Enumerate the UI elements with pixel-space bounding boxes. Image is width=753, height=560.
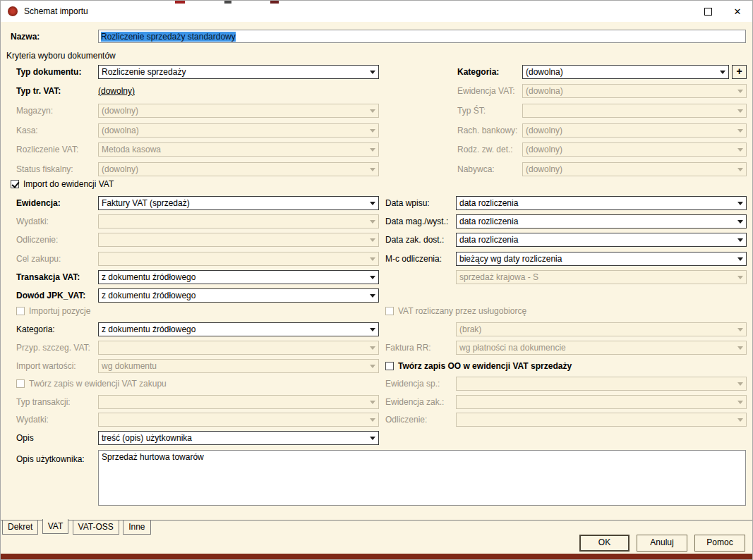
chevron-down-icon [367,163,378,176]
tworz-zapis-oo-checkbox[interactable]: Twórz zapis OO w ewidencji VAT sprzedaży [385,359,572,373]
chevron-down-icon [367,432,378,444]
opis-uzytkownika-textarea[interactable]: Sprzedaż hurtowa towarów [98,450,746,506]
data-zak-dost-label: Data zak. dost.: [385,233,444,247]
tab-dekret[interactable]: Dekret [2,521,38,535]
typ-st-label: Typ ŚT: [457,104,486,118]
chevron-down-icon [735,252,746,265]
chevron-down-icon [735,413,746,426]
chevron-down-icon [735,104,746,117]
faktura-rr-select: wg płatności na dokumencie [456,341,747,355]
chevron-down-icon [367,341,378,354]
data-wpisu-label: Data wpisu: [385,196,430,210]
nabywca-select: (dowolny) [522,162,747,176]
ewidencja-label: Ewidencja: [16,196,61,210]
dialog-schemat-importu: Schemat importu ✕ Nazwa: Rozliczenie spr… [0,0,753,560]
nazwa-input[interactable]: Rozliczenie sprzedaży standardowy [98,30,746,43]
background-window-artifact [224,1,231,4]
wydatki-1-label: Wydatki: [16,214,49,229]
ewidencja-select[interactable]: Faktury VAT (sprzedaż) [98,196,379,210]
odliczenie-2-select [456,413,747,427]
chevron-down-icon [735,124,746,137]
chevron-down-icon [735,233,746,246]
ewidencja-zak-label: Ewidencja zak.: [385,395,444,409]
kategoria-2-select[interactable]: z dokumentu źródłowego [98,322,379,336]
chevron-down-icon [367,215,378,228]
magazyn-select: (dowolny) [98,104,379,118]
transakcja-vat-label: Transakcja VAT: [16,270,80,284]
close-button[interactable]: ✕ [723,1,752,22]
anuluj-button[interactable]: Anuluj [637,535,687,552]
chevron-down-icon [367,271,378,284]
chevron-down-icon [367,233,378,246]
wydatki-2-select [98,413,379,427]
wydatki-2-label: Wydatki: [16,413,49,427]
criteria-group-title: Kryteria wyboru dokumentów [6,49,116,63]
typ-tr-vat-link[interactable]: (dowolny) [98,84,135,98]
chevron-down-icon [735,163,746,176]
ewidencja-sp-label: Ewidencja sp.: [385,377,440,391]
kategoria-select[interactable]: (dowolna) [522,65,729,79]
ewidencja-vat-label: Ewidencja VAT: [457,84,515,98]
titlebar: Schemat importu ✕ [1,1,752,22]
tab-vat-oss[interactable]: VAT-OSS [73,521,119,535]
chevron-down-icon [735,341,746,354]
chevron-down-icon [367,360,378,372]
maximize-button[interactable] [693,1,723,22]
dowod-jpk-vat-label: Dowód JPK_VAT: [16,288,85,303]
chevron-down-icon [367,143,378,156]
chevron-down-icon [717,66,728,78]
typ-dokumentu-label: Typ dokumentu: [16,65,81,79]
chevron-down-icon [367,289,378,302]
chevron-down-icon [735,215,746,228]
opis-select[interactable]: treść (opis) użytkownika [98,431,379,445]
mc-odliczenia-select[interactable]: bieżący wg daty rozliczenia [456,252,747,266]
chevron-down-icon [735,323,746,336]
opis-uzytkownika-label: Opis użytkownika: [16,452,85,466]
maximize-icon [704,8,712,16]
odliczenie-1-select [98,233,379,247]
kategoria-add-button[interactable]: + [732,65,747,79]
cel-zakupu-select [98,252,379,266]
opis-label: Opis [16,431,34,445]
window-bottom-accent [1,554,752,559]
data-zak-dost-select[interactable]: data rozliczenia [456,233,747,247]
checkbox-unchecked-icon [385,307,394,315]
checkbox-unchecked-icon [385,362,394,370]
ewidencja-zak-select [456,395,747,409]
tab-vat[interactable]: VAT [42,519,69,534]
chevron-down-icon [367,124,378,137]
bottom-tabbar: Dekret VAT VAT-OSS Inne [1,520,752,535]
nabywca-label: Nabywca: [457,162,495,176]
dowod-jpk-vat-select[interactable]: z dokumentu źródłowego [98,288,379,303]
typ-dokumentu-select[interactable]: Rozliczenie sprzedaży [98,65,379,79]
grupa-vat-select: (brak) [456,322,747,336]
kasa-label: Kasa: [16,123,38,138]
tab-inne[interactable]: Inne [123,521,150,535]
chevron-down-icon [735,396,746,408]
kategoria-2-label: Kategoria: [16,322,55,336]
data-mag-wyst-select[interactable]: data rozliczenia [456,214,747,229]
odliczenie-1-label: Odliczenie: [16,233,58,247]
ok-button[interactable]: OK [579,535,629,552]
rodzaj-sprzedazy-select: sprzedaż krajowa - S [456,270,747,284]
close-icon: ✕ [734,7,742,16]
chevron-down-icon [367,396,378,408]
import-do-ewidencji-vat-checkbox[interactable]: Import do ewidencji VAT [11,177,114,191]
wydatki-1-select [98,214,379,229]
pomoc-button[interactable]: Pomoc [694,535,745,552]
chevron-down-icon [367,323,378,336]
vat-rozliczany-checkbox: VAT rozliczany przez usługobiorcę [385,304,526,318]
chevron-down-icon [367,66,378,78]
background-window-artifact [270,1,279,4]
rozliczenie-vat-label: Rozliczenie VAT: [16,142,78,157]
data-wpisu-select[interactable]: data rozliczenia [456,196,747,210]
transakcja-vat-select[interactable]: z dokumentu źródłowego [98,270,379,284]
magazyn-label: Magazyn: [16,104,53,118]
rach-bankowy-select: (dowolny) [522,123,747,138]
chevron-down-icon [735,271,746,284]
data-mag-wyst-label: Data mag./wyst.: [385,214,448,229]
status-fiskalny-label: Status fiskalny: [16,162,73,176]
faktura-rr-label: Faktura RR: [385,341,431,355]
import-wartosci-select: wg dokumentu [98,359,379,373]
typ-transakcji-select [98,395,379,409]
